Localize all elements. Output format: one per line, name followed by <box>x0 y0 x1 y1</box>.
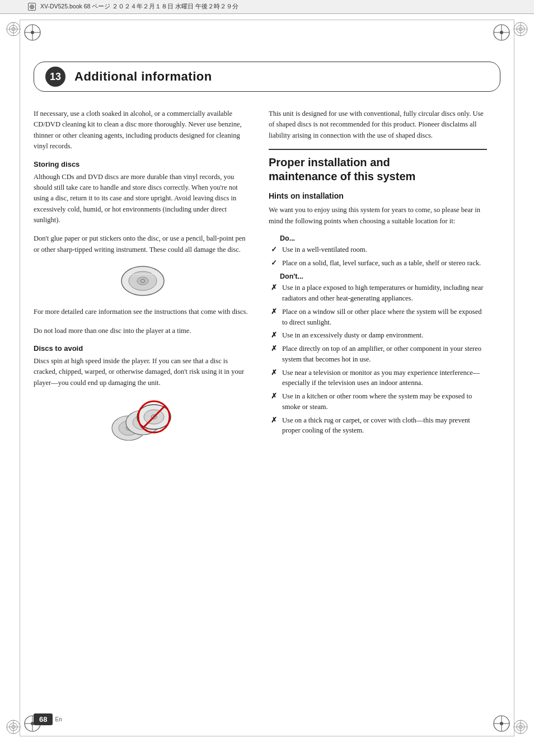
storing-discs-para2: Don't glue paper or put stickers onto th… <box>34 233 252 255</box>
x-icon: ✗ <box>271 330 277 341</box>
chapter-title: Additional information <box>74 69 212 84</box>
do-list: ✓ Use in a well-ventilated room. ✓ Place… <box>269 245 487 269</box>
check-icon: ✓ <box>271 258 277 269</box>
page-footer: 68 En <box>34 713 62 725</box>
page-number: 68 <box>34 713 53 725</box>
page: ⊕ XV-DV525.book 68 ページ ２０２４年２月１８日 水曜日 午後… <box>0 0 534 756</box>
corner-decoration-br <box>513 719 528 735</box>
dont-item-3: Use in an excessively dusty or damp envi… <box>282 331 423 339</box>
do-item-2: Place on a solid, flat, level surface, s… <box>282 259 481 267</box>
x-icon: ✗ <box>271 391 277 402</box>
disc-stacked-illustration <box>34 397 252 448</box>
dont-label: Don't... <box>269 273 487 280</box>
x-icon: ✗ <box>271 415 277 426</box>
chapter-number: 13 <box>45 67 65 87</box>
x-icon: ✗ <box>271 283 277 293</box>
proper-installation-heading: Proper installation andmaintenance of th… <box>269 149 487 184</box>
list-item: ✗ Use in an excessively dusty or damp en… <box>269 330 487 341</box>
storing-discs-section: Storing discs Although CDs and DVD discs… <box>34 160 252 256</box>
do-item-1: Use in a well-ventilated room. <box>282 246 367 253</box>
reg-mark-tl <box>22 22 43 43</box>
content-area: If necessary, use a cloth soaked in alco… <box>34 109 500 457</box>
meta-text: XV-DV525.book 68 ページ ２０２４年２月１８日 水曜日 午後２時… <box>40 3 238 11</box>
storing-discs-heading: Storing discs <box>34 160 252 168</box>
hints-on-installation-heading: Hints on installation <box>269 191 487 200</box>
corner-decoration-tl <box>6 21 21 37</box>
dont-item-1: Use in a place exposed to high temperatu… <box>282 284 484 302</box>
list-item: ✗ Use on a thick rug or carpet, or cover… <box>269 415 487 436</box>
reg-mark-tr <box>491 22 512 43</box>
x-icon: ✗ <box>271 344 277 354</box>
x-icon: ✗ <box>271 307 277 317</box>
svg-point-39 <box>140 279 145 283</box>
right-column: This unit is designed for use with conve… <box>269 109 487 457</box>
list-item: ✗ Use in a place exposed to high tempera… <box>269 283 487 304</box>
svg-point-35 <box>500 722 503 725</box>
discs-to-avoid-para: Discs spin at high speed inside the play… <box>34 356 252 388</box>
reg-mark-br <box>491 713 512 734</box>
list-item: ✗ Use near a television or monitor as yo… <box>269 368 487 389</box>
do-label: Do... <box>269 234 487 242</box>
hints-intro-para: We want you to enjoy using this system f… <box>269 205 487 227</box>
svg-point-23 <box>31 31 34 34</box>
left-column: If necessary, use a cloth soaked in alco… <box>34 109 252 457</box>
list-item: ✓ Place on a solid, flat, level surface,… <box>269 258 487 269</box>
dont-item-4: Place directly on top of an amplifier, o… <box>282 345 481 363</box>
plus-icon: ⊕ <box>28 3 36 11</box>
list-item: ✗ Place directly on top of an amplifier,… <box>269 344 487 365</box>
load-info-para: Do not load more than one disc into the … <box>34 326 252 336</box>
care-info-para: For more detailed care information see t… <box>34 307 252 317</box>
storing-discs-para1: Although CDs and DVD discs are more dura… <box>34 172 252 226</box>
dont-item-2: Place on a window sill or other place wh… <box>282 308 482 326</box>
discs-to-avoid-section: Discs to avoid Discs spin at high speed … <box>34 344 252 388</box>
intro-para: If necessary, use a cloth soaked in alco… <box>34 109 252 152</box>
list-item: ✗ Place on a window sill or other place … <box>269 307 487 328</box>
svg-point-27 <box>500 31 503 34</box>
corner-decoration-tr <box>513 21 528 37</box>
shaped-disc-para: This unit is designed for use with conve… <box>269 109 487 141</box>
dont-item-5: Use near a television or monitor as you … <box>282 369 480 387</box>
dont-list: ✗ Use in a place exposed to high tempera… <box>269 283 487 436</box>
page-lang: En <box>55 716 62 722</box>
metadata-bar: ⊕ XV-DV525.book 68 ページ ２０２４年２月１８日 水曜日 午後… <box>0 0 534 14</box>
list-item: ✗ Use in a kitchen or other room where t… <box>269 391 487 412</box>
corner-decoration-bl <box>6 719 21 735</box>
disc-cleaning-illustration <box>34 264 252 298</box>
list-item: ✓ Use in a well-ventilated room. <box>269 245 487 255</box>
discs-to-avoid-heading: Discs to avoid <box>34 344 252 353</box>
chapter-header: 13 Additional information <box>34 62 500 92</box>
dont-item-7: Use on a thick rug or carpet, or cover w… <box>282 416 470 435</box>
x-icon: ✗ <box>271 368 277 378</box>
dont-item-6: Use in a kitchen or other room where the… <box>282 392 472 411</box>
check-icon: ✓ <box>271 245 277 255</box>
proper-installation-section: Proper installation andmaintenance of th… <box>269 149 487 436</box>
